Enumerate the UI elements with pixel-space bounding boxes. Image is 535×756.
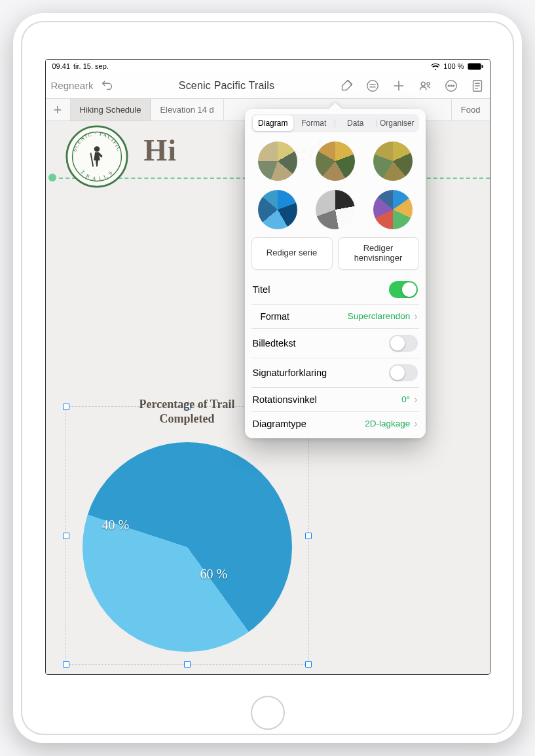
row-legend-label: Signaturforklaring xyxy=(253,368,327,378)
svg-rect-1 xyxy=(481,65,483,68)
svg-point-3 xyxy=(421,82,425,86)
format-brush-icon[interactable] xyxy=(339,79,354,93)
chevron-right-icon: › xyxy=(414,311,417,322)
row-caption-label: Billedtekst xyxy=(253,338,296,349)
row-format-value: Superclarendon xyxy=(348,311,410,321)
segment-data[interactable]: Data xyxy=(335,115,377,131)
row-title: Titel xyxy=(251,275,419,304)
svg-point-2 xyxy=(367,80,378,91)
edit-references-button[interactable]: Rediger henvisninger xyxy=(338,237,419,270)
app-toolbar: Regneark Scenic Pacific Trails xyxy=(46,73,490,99)
row-rotation-label: Rotationsvinkel xyxy=(253,394,317,405)
caption-switch[interactable] xyxy=(389,335,418,352)
row-rotation-value: 0° xyxy=(401,394,410,404)
popover-segmented-control[interactable]: Diagram Format Data Organiser xyxy=(251,114,419,132)
document-title[interactable]: Scenic Pacific Trails xyxy=(120,80,334,92)
row-legend: Signaturforklaring xyxy=(251,358,419,387)
row-charttype-value: 2D-lagkage xyxy=(365,419,410,428)
legend-switch[interactable] xyxy=(389,364,418,381)
status-bar: 09.41 tir. 15. sep. 100 % xyxy=(46,60,490,73)
svg-point-7 xyxy=(451,85,452,86)
resize-handle[interactable] xyxy=(63,404,69,410)
pie-slice-label-1: 60 % xyxy=(200,567,228,582)
title-switch[interactable] xyxy=(389,281,418,298)
wifi-icon xyxy=(431,63,440,70)
chart-style-5[interactable] xyxy=(316,190,355,229)
svg-rect-0 xyxy=(468,63,481,69)
chart-style-6[interactable] xyxy=(373,190,413,229)
resize-handle[interactable] xyxy=(305,533,312,539)
chart-style-2[interactable] xyxy=(316,142,355,181)
sheet-tab-1[interactable]: Elevation 14 d xyxy=(151,99,223,121)
home-button[interactable] xyxy=(251,696,285,730)
chevron-right-icon: › xyxy=(414,394,417,406)
add-sheet-button[interactable]: + xyxy=(46,99,71,121)
popover-arrow xyxy=(328,103,342,109)
add-icon[interactable] xyxy=(392,79,406,93)
more-icon[interactable] xyxy=(444,79,458,93)
row-rotation[interactable]: Rotationsvinkel 0° › xyxy=(251,387,419,411)
svg-point-14 xyxy=(94,146,100,152)
segment-diagram[interactable]: Diagram xyxy=(253,115,294,131)
pie-slice-label-0: 40 % xyxy=(102,518,130,533)
resize-handle[interactable] xyxy=(63,533,69,539)
edit-series-button[interactable]: Rediger serie xyxy=(251,237,333,270)
segment-format[interactable]: Format xyxy=(293,115,335,131)
alignment-guide-handle[interactable] xyxy=(48,174,56,181)
svg-point-8 xyxy=(452,85,454,86)
row-title-label: Titel xyxy=(253,284,270,295)
inspectors-icon[interactable] xyxy=(365,79,380,93)
row-format[interactable]: Format Superclarendon › xyxy=(251,304,419,328)
back-button[interactable]: Regneark xyxy=(51,80,94,91)
diagram-settings-list: Titel Format Superclarendon › Billedteks… xyxy=(251,275,419,436)
row-charttype[interactable]: Diagramtype 2D-lagkage › xyxy=(251,411,419,436)
format-popover: Diagram Format Data Organiser Rediger se… xyxy=(245,109,426,438)
ipad-device-frame: 09.41 tir. 15. sep. 100 % Regneark xyxy=(13,13,522,743)
trail-logo: SCENIC · PACIFIC T R A I L S xyxy=(65,125,128,188)
sheet-tab-2[interactable]: Food xyxy=(451,99,490,121)
document-icon[interactable] xyxy=(470,79,485,93)
chart-style-4[interactable] xyxy=(258,190,297,229)
chart-style-3[interactable] xyxy=(373,142,413,181)
resize-handle[interactable] xyxy=(63,661,69,668)
row-format-label: Format xyxy=(261,311,289,322)
pie-chart[interactable]: Percentage of Trail Completed 40 % 60 % xyxy=(69,429,305,665)
row-charttype-label: Diagramtype xyxy=(253,419,306,429)
screen: 09.41 tir. 15. sep. 100 % Regneark xyxy=(45,59,490,675)
chart-style-grid xyxy=(251,139,419,236)
chevron-right-icon: › xyxy=(414,418,417,430)
resize-handle[interactable] xyxy=(305,661,312,668)
status-date: tir. 15. sep. xyxy=(73,62,109,70)
undo-icon[interactable] xyxy=(100,79,115,93)
collaborate-icon[interactable] xyxy=(418,79,432,93)
heading-part-1: Hi xyxy=(144,134,177,167)
pie-body[interactable]: 40 % 60 % xyxy=(83,442,292,652)
chart-title: Percentage of Trail Completed xyxy=(122,398,253,426)
battery-pct: 100 % xyxy=(443,62,464,70)
segment-organiser[interactable]: Organiser xyxy=(377,115,418,131)
chart-style-1[interactable] xyxy=(258,142,297,181)
sheet-tab-0[interactable]: Hiking Schedule xyxy=(71,99,151,121)
svg-point-6 xyxy=(448,85,449,86)
row-caption: Billedtekst xyxy=(251,328,419,358)
svg-point-4 xyxy=(426,82,429,85)
battery-icon xyxy=(468,63,483,70)
status-time: 09.41 xyxy=(52,62,71,70)
